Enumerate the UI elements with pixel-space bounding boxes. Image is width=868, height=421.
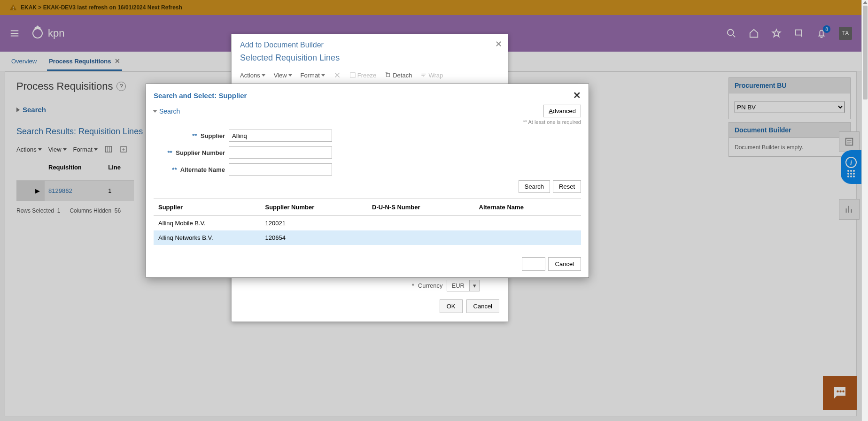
search-button[interactable]: Search [519, 180, 550, 193]
view-menu[interactable]: View [274, 72, 292, 79]
dropdown-icon [262, 74, 265, 77]
dialog-toolbar: Actions View Format Freeze Detach Wrap [232, 70, 508, 80]
ok-button[interactable]: OK [440, 299, 463, 313]
cell-alt [474, 230, 581, 245]
currency-value: EUR [447, 280, 469, 291]
currency-field: * Currency EUR ▾ [412, 280, 480, 291]
label: Detach [393, 72, 412, 79]
freeze-icon [349, 72, 356, 78]
label: View [274, 72, 287, 79]
col-supplier-number[interactable]: Supplier Number [261, 199, 368, 216]
cancel-button[interactable]: Cancel [548, 257, 581, 271]
alternate-name-input[interactable] [229, 163, 332, 176]
detach-button[interactable]: Detach [385, 72, 412, 79]
collapse-icon [153, 110, 157, 113]
cell-supplier-number: 120021 [261, 216, 368, 231]
close-icon[interactable]: ✕ [573, 90, 581, 101]
cell-alt [474, 216, 581, 231]
scroll-up-icon[interactable] [863, 1, 868, 4]
format-menu[interactable]: Format [301, 72, 325, 79]
required-mark: ** [168, 149, 172, 156]
col-duns[interactable]: D-U-N-S Number [367, 199, 474, 216]
alternate-name-label: ** Alternate Name [154, 166, 229, 173]
reset-button[interactable]: Reset [553, 180, 581, 193]
modal-title: Search and Select: Supplier [154, 92, 247, 100]
vertical-scrollbar[interactable] [861, 0, 868, 421]
search-section-toggle[interactable]: Search [154, 107, 180, 115]
search-form: ** Supplier ** Supplier Number ** Altern… [154, 130, 581, 193]
close-icon[interactable]: ✕ [495, 39, 502, 49]
svg-rect-12 [350, 73, 356, 78]
supplier-input[interactable] [229, 130, 332, 142]
freeze-button[interactable]: Freeze [349, 72, 376, 79]
scrollbar-thumb[interactable] [863, 6, 868, 100]
label-text: Alternate Name [180, 166, 225, 173]
label-text: Supplier [201, 132, 225, 139]
dialog-subtitle: Selected Requisition Lines [232, 51, 508, 70]
label: Format [301, 72, 320, 79]
dropdown-icon: ▾ [469, 280, 479, 291]
required-mark: ** [192, 132, 197, 139]
dropdown-icon [321, 74, 325, 77]
remove-icon[interactable] [333, 71, 341, 79]
wrap-button[interactable]: Wrap [420, 72, 443, 79]
cell-duns [367, 216, 474, 231]
cell-supplier: Allinq Networks B.V. [154, 230, 261, 245]
detach-icon [385, 72, 391, 78]
dropdown-icon [288, 74, 292, 77]
label: Freeze [357, 72, 376, 79]
table-row[interactable]: Allinq Mobile B.V. 120021 [154, 216, 581, 231]
supplier-number-input[interactable] [229, 146, 332, 159]
supplier-number-label: ** Supplier Number [154, 149, 229, 156]
currency-select[interactable]: EUR ▾ [447, 280, 480, 291]
required-mark: ** [172, 166, 177, 173]
table-row-selected[interactable]: Allinq Networks B.V. 120654 [154, 230, 581, 245]
cell-supplier-number: 120654 [261, 230, 368, 245]
currency-label: Currency [418, 282, 443, 289]
search-label: Search [159, 107, 180, 115]
dialog-search-select-supplier: Search and Select: Supplier ✕ Search Adv… [146, 84, 589, 278]
required-mark: * [412, 282, 414, 289]
supplier-results-table: Supplier Supplier Number D-U-N-S Number … [154, 199, 581, 245]
supplier-label: ** Supplier [154, 132, 229, 139]
ok-button[interactable]: OK [522, 257, 545, 271]
required-hint: ** At least one is required [154, 119, 581, 125]
label: Actions [240, 72, 260, 79]
label: Wrap [428, 72, 443, 79]
cancel-button[interactable]: Cancel [466, 299, 499, 313]
cell-duns [367, 230, 474, 245]
actions-menu[interactable]: Actions [240, 72, 265, 79]
col-supplier[interactable]: Supplier [154, 199, 261, 216]
cell-supplier: Allinq Mobile B.V. [154, 216, 261, 231]
col-alternate-name[interactable]: Alternate Name [474, 199, 581, 216]
table-header-row: Supplier Supplier Number D-U-N-S Number … [154, 199, 581, 216]
wrap-icon [420, 72, 427, 78]
advanced-button[interactable]: Advanced [543, 105, 581, 117]
label-text: Supplier Number [176, 149, 225, 156]
dialog-title: Add to Document Builder [232, 34, 508, 51]
